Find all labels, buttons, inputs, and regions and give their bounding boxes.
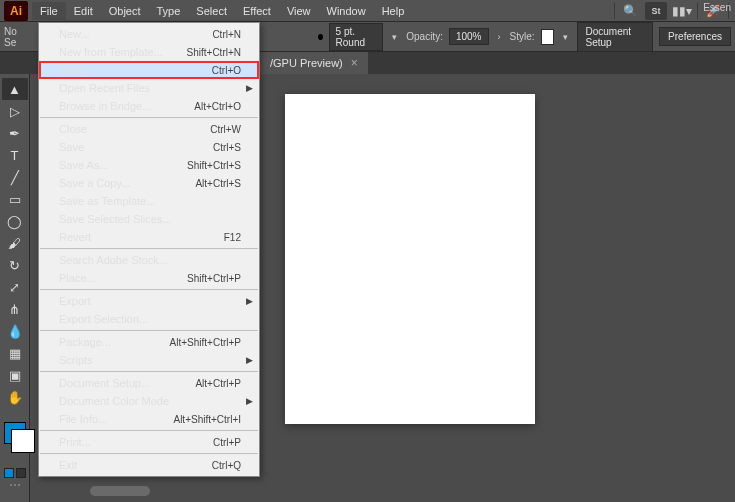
horizontal-scrollbar[interactable] — [90, 486, 150, 496]
draw-mode[interactable] — [4, 468, 26, 478]
hand-tool[interactable]: ✋ — [2, 386, 28, 408]
chevron-right-icon: ▶ — [246, 296, 253, 306]
chevron-right-icon[interactable]: › — [495, 32, 504, 42]
menu-edit[interactable]: Edit — [66, 2, 101, 20]
app-logo: Ai — [4, 1, 28, 21]
paintbrush-tool[interactable]: 🖌 — [2, 232, 28, 254]
opacity-label: Opacity: — [406, 31, 443, 42]
file-menu-open[interactable]: Open...Ctrl+O — [39, 61, 259, 79]
preferences-button[interactable]: Preferences — [659, 27, 731, 46]
gradient-tool[interactable]: ▦ — [2, 342, 28, 364]
line-tool[interactable]: ╱ — [2, 166, 28, 188]
menu-file[interactable]: File — [32, 2, 66, 20]
type-tool[interactable]: T — [2, 144, 28, 166]
workspace-label[interactable]: Essen — [703, 2, 731, 13]
file-menu-document-color-mode[interactable]: Document Color Mode▶ — [39, 392, 259, 410]
arrange-icon[interactable]: ▮▮▾ — [671, 2, 693, 20]
style-label: Style: — [510, 31, 535, 42]
file-menu-file-info[interactable]: File Info...Alt+Shift+Ctrl+I — [39, 410, 259, 428]
scale-tool[interactable]: ⤢ — [2, 276, 28, 298]
menu-separator — [40, 289, 258, 290]
eyedropper-tool[interactable]: 💧 — [2, 320, 28, 342]
direct-selection-tool[interactable]: ▷ — [2, 100, 28, 122]
file-menu-close[interactable]: CloseCtrl+W — [39, 120, 259, 138]
selection-status: No Se — [4, 26, 26, 48]
opacity-field[interactable]: 100% — [449, 28, 489, 45]
file-menu-export-selection: Export Selection... — [39, 310, 259, 328]
fill-stroke-color[interactable] — [4, 422, 26, 444]
file-menu-search-adobe-stock[interactable]: Search Adobe Stock... — [39, 251, 259, 269]
document-setup-button[interactable]: Document Setup — [577, 22, 654, 52]
file-menu-save-a-copy[interactable]: Save a Copy...Alt+Ctrl+S — [39, 174, 259, 192]
file-menu-save-as[interactable]: Save As...Shift+Ctrl+S — [39, 156, 259, 174]
document-tab[interactable]: /GPU Preview) × — [260, 52, 368, 74]
stroke-weight-field[interactable]: 5 pt. Round — [329, 23, 384, 51]
menu-separator — [40, 248, 258, 249]
file-menu-new[interactable]: New...Ctrl+N — [39, 25, 259, 43]
style-swatch[interactable] — [541, 29, 554, 45]
file-menu-open-recent-files[interactable]: Open Recent Files▶ — [39, 79, 259, 97]
toolbar-options-icon[interactable] — [5, 484, 25, 490]
rectangle-tool[interactable]: ▭ — [2, 188, 28, 210]
width-tool[interactable]: ⋔ — [2, 298, 28, 320]
pen-tool[interactable]: ✒ — [2, 122, 28, 144]
file-menu-export[interactable]: Export▶ — [39, 292, 259, 310]
file-menu-save-as-template[interactable]: Save as Template... — [39, 192, 259, 210]
artboard-tool[interactable]: ▣ — [2, 364, 28, 386]
chevron-right-icon: ▶ — [246, 355, 253, 365]
file-menu-exit[interactable]: ExitCtrl+Q — [39, 456, 259, 474]
close-icon[interactable]: × — [351, 56, 358, 70]
file-menu-print[interactable]: Print...Ctrl+P — [39, 433, 259, 451]
menubar: Ai FileEditObjectTypeSelectEffectViewWin… — [0, 0, 735, 22]
menu-object[interactable]: Object — [101, 2, 149, 20]
menu-effect[interactable]: Effect — [235, 2, 279, 20]
file-menu-save[interactable]: SaveCtrl+S — [39, 138, 259, 156]
file-menu-new-from-template[interactable]: New from Template...Shift+Ctrl+N — [39, 43, 259, 61]
file-menu-save-selected-slices[interactable]: Save Selected Slices... — [39, 210, 259, 228]
file-menu-scripts[interactable]: Scripts▶ — [39, 351, 259, 369]
menu-window[interactable]: Window — [319, 2, 374, 20]
menu-separator — [40, 371, 258, 372]
menu-separator — [40, 117, 258, 118]
menu-type[interactable]: Type — [149, 2, 189, 20]
menu-view[interactable]: View — [279, 2, 319, 20]
rotate-tool[interactable]: ↻ — [2, 254, 28, 276]
file-menu-browse-in-bridge[interactable]: Browse in Bridge...Alt+Ctrl+O — [39, 97, 259, 115]
stroke-dot-icon — [318, 34, 323, 40]
artboard-canvas[interactable] — [285, 94, 535, 424]
file-menu-dropdown: New...Ctrl+NNew from Template...Shift+Ct… — [38, 22, 260, 477]
chevron-down-icon[interactable]: ▾ — [560, 32, 571, 42]
chevron-down-icon[interactable]: ▾ — [389, 32, 400, 42]
menu-help[interactable]: Help — [374, 2, 413, 20]
stock-icon[interactable]: St — [645, 2, 667, 20]
chevron-right-icon: ▶ — [246, 396, 253, 406]
search-icon[interactable]: 🔍 — [619, 2, 641, 20]
file-menu-package[interactable]: Package...Alt+Shift+Ctrl+P — [39, 333, 259, 351]
menu-separator — [40, 430, 258, 431]
ellipse-tool[interactable]: ◯ — [2, 210, 28, 232]
file-menu-document-setup[interactable]: Document Setup...Alt+Ctrl+P — [39, 374, 259, 392]
menu-separator — [40, 453, 258, 454]
menu-separator — [40, 330, 258, 331]
menu-select[interactable]: Select — [188, 2, 235, 20]
tools-panel: ▲ ▷ ✒ T ╱ ▭ ◯ 🖌 ↻ ⤢ ⋔ 💧 ▦ ▣ ✋ — [0, 74, 30, 502]
document-tab-title: /GPU Preview) — [270, 57, 343, 69]
menubar-right: 🔍 St ▮▮▾ 🚀 Essen — [614, 2, 735, 20]
file-menu-revert[interactable]: RevertF12 — [39, 228, 259, 246]
file-menu-place[interactable]: Place...Shift+Ctrl+P — [39, 269, 259, 287]
selection-tool[interactable]: ▲ — [2, 78, 28, 100]
chevron-right-icon: ▶ — [246, 83, 253, 93]
